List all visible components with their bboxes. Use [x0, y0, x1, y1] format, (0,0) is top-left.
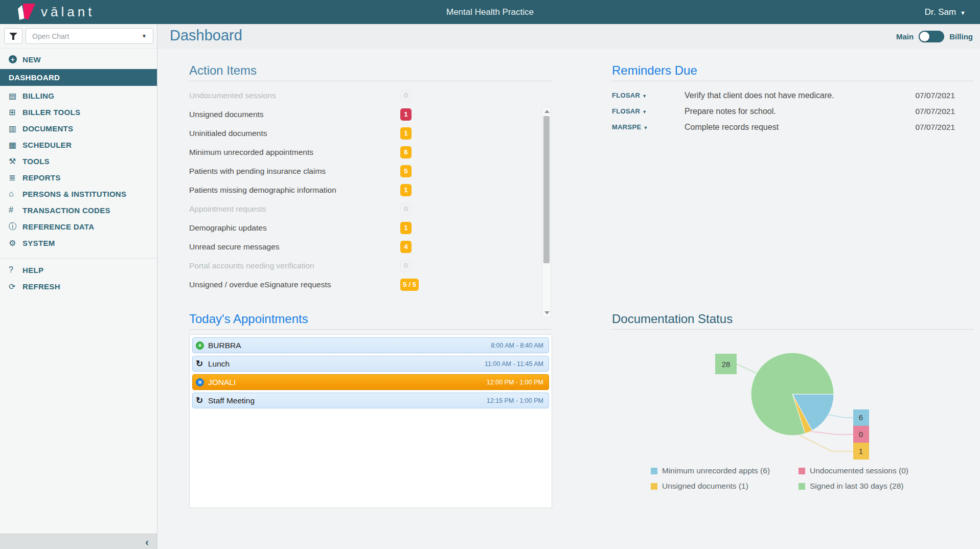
- collapse-sidebar-icon[interactable]: ‹: [145, 536, 149, 547]
- recurring-icon: ↻: [196, 395, 208, 406]
- action-items-list: Undocumented sessions0Unsigned documents…: [189, 86, 541, 294]
- action-item-label: Unsigned documents: [189, 110, 400, 119]
- sidebar-item-new[interactable]: + NEW: [0, 51, 157, 67]
- toggle-label-main: Main: [896, 32, 914, 41]
- reminder-text: Prepare notes for school.: [685, 107, 905, 116]
- appointments-section: Today's Appointments +BURBRA8:00 AM - 8:…: [189, 312, 552, 508]
- pie-legend: Minimum unrecorded appts (6)Undocumented…: [612, 466, 974, 491]
- action-item-count-badge[interactable]: 4: [400, 241, 412, 253]
- appointment-name: BURBRA: [208, 341, 491, 350]
- action-item-label: Undocumented sessions: [189, 91, 400, 100]
- reminders-due-title[interactable]: Reminders Due: [612, 63, 974, 78]
- action-item-row[interactable]: Unread secure messages4: [189, 237, 541, 256]
- action-item-count-badge[interactable]: 0: [400, 260, 412, 272]
- reminder-patient-code-dropdown[interactable]: FLOSAR▼: [612, 92, 685, 99]
- action-item-row[interactable]: Unsigned / overdue eSignature requests5 …: [189, 275, 541, 294]
- chevron-down-icon: ▼: [642, 109, 647, 115]
- action-item-label: Uninitialed documents: [189, 129, 400, 138]
- reminder-patient-code-dropdown[interactable]: FLOSAR▼: [612, 107, 685, 115]
- sidebar-item-label: TOOLS: [22, 157, 50, 166]
- reminders-table: FLOSAR▼Verify that client does not have …: [612, 87, 974, 135]
- appointment-row[interactable]: ↻Staff Meeting12:15 PM - 1:00 PM: [192, 393, 549, 408]
- cancel-icon: ×: [196, 378, 208, 386]
- appointment-row[interactable]: ↻Lunch11:00 AM - 11:45 AM: [192, 356, 549, 372]
- sidebar-item-system[interactable]: ⚙SYSTEM: [0, 235, 157, 251]
- legend-swatch-icon: [651, 468, 657, 474]
- sidebar-item-reference-data[interactable]: ⓘREFERENCE DATA: [0, 218, 157, 235]
- sidebar-item-billing[interactable]: ▤BILLING: [0, 87, 157, 104]
- action-item-row[interactable]: Undocumented sessions0: [189, 86, 541, 105]
- reference-data-icon: ⓘ: [9, 221, 22, 232]
- view-toggle-switch[interactable]: [919, 31, 944, 42]
- appointment-time: 12:15 PM - 1:00 PM: [487, 397, 543, 404]
- appointments-title[interactable]: Today's Appointments: [189, 312, 552, 326]
- sidebar-item-transaction-codes[interactable]: #TRANSACTION CODES: [0, 202, 157, 218]
- pie-slices[interactable]: [751, 353, 834, 436]
- action-item-count-badge[interactable]: 1: [400, 222, 412, 234]
- sidebar-item-dashboard[interactable]: DASHBOARD: [0, 69, 157, 86]
- reminder-text: Verify that client does not have medicar…: [685, 91, 905, 100]
- action-items-section: Action Items Undocumented sessions0Unsig…: [189, 63, 552, 294]
- legend-label: Undocumented sessions (0): [810, 466, 908, 475]
- action-item-label: Unread secure messages: [189, 242, 400, 251]
- action-item-row[interactable]: Patients with pending insurance claims5: [189, 162, 541, 180]
- sidebar-item-label: PERSONS & INSTITUTIONS: [22, 190, 126, 198]
- sidebar-item-label: NEW: [22, 55, 41, 64]
- chevron-down-icon: ▼: [642, 94, 647, 99]
- sidebar-item-help[interactable]: ?HELP: [0, 262, 157, 278]
- refresh-icon: ⟳: [9, 282, 22, 291]
- action-item-count-badge[interactable]: 1: [400, 127, 412, 140]
- sidebar-collapse-bar: ‹: [0, 534, 157, 549]
- sidebar-item-reports[interactable]: ≣REPORTS: [0, 169, 157, 186]
- action-list-scrollbar[interactable]: [542, 107, 551, 317]
- appointment-row[interactable]: +BURBRA8:00 AM - 8:40 AM: [192, 337, 549, 353]
- action-item-row[interactable]: Patients missing demographic information…: [189, 180, 541, 199]
- sidebar-item-persons-institutions[interactable]: ⌂PERSONS & INSTITUTIONS: [0, 186, 157, 202]
- action-item-row[interactable]: Portal accounts needing verification0: [189, 256, 541, 275]
- sidebar: Open Chart ▼ + NEW DASHBOARD▤BILLING⊞BIL…: [0, 24, 157, 549]
- action-item-label: Demographic updates: [189, 223, 400, 233]
- action-item-count-badge[interactable]: 1: [400, 108, 412, 121]
- toggle-label-billing: Billing: [949, 32, 973, 41]
- reminder-row: FLOSAR▼Verify that client does not have …: [612, 87, 974, 103]
- action-item-label: Appointment requests: [189, 204, 400, 214]
- sidebar-item-refresh[interactable]: ⟳REFRESH: [0, 278, 157, 294]
- action-item-row[interactable]: Demographic updates1: [189, 218, 541, 237]
- legend-label: Unsigned documents (1): [662, 482, 748, 491]
- divider: [612, 329, 974, 330]
- action-item-count-badge[interactable]: 0: [400, 203, 412, 215]
- svg-text:6: 6: [859, 413, 863, 422]
- sidebar-item-scheduler[interactable]: ▦SCHEDULER: [0, 136, 157, 153]
- help-icon: ?: [9, 265, 22, 274]
- appointment-row[interactable]: ×JONALI12:00 PM - 1:00 PM: [192, 374, 549, 390]
- filter-button[interactable]: [4, 28, 22, 44]
- sidebar-item-label: DOCUMENTS: [22, 124, 73, 133]
- action-item-row[interactable]: Unsigned documents1: [189, 105, 541, 124]
- main-billing-toggle: Main Billing: [896, 31, 973, 42]
- scrollbar-thumb[interactable]: [543, 116, 550, 263]
- action-item-count-badge[interactable]: 1: [400, 184, 412, 196]
- action-item-count-badge[interactable]: 6: [400, 146, 412, 158]
- action-item-row[interactable]: Appointment requests0: [189, 199, 541, 218]
- open-chart-dropdown[interactable]: Open Chart ▼: [26, 28, 153, 44]
- scroll-up-icon[interactable]: [544, 110, 550, 113]
- svg-text:1: 1: [859, 447, 863, 455]
- sidebar-item-tools[interactable]: ⚒TOOLS: [0, 153, 157, 169]
- page-title: Dashboard: [170, 27, 242, 44]
- action-items-title[interactable]: Action Items: [189, 63, 552, 78]
- sidebar-item-biller-tools[interactable]: ⊞BILLER TOOLS: [0, 104, 157, 120]
- action-item-row[interactable]: Uninitialed documents1: [189, 124, 541, 143]
- action-item-row[interactable]: Minimum unrecorded appointments6: [189, 143, 541, 162]
- biller-tools-icon: ⊞: [9, 107, 22, 117]
- action-item-count-badge[interactable]: 5 / 5: [400, 279, 419, 291]
- action-item-count-badge[interactable]: 0: [400, 89, 412, 102]
- sidebar-item-documents[interactable]: ▥DOCUMENTS: [0, 120, 157, 136]
- action-item-count-badge[interactable]: 5: [400, 165, 412, 177]
- divider: [189, 81, 552, 81]
- system-icon: ⚙: [9, 238, 22, 248]
- transaction-codes-icon: #: [9, 205, 22, 215]
- toggle-knob: [920, 32, 929, 41]
- user-menu[interactable]: Dr. Sam ▼: [925, 0, 966, 24]
- reminder-patient-code-dropdown[interactable]: MARSPE▼: [612, 123, 685, 131]
- legend-label: Minimum unrecorded appts (6): [662, 466, 770, 475]
